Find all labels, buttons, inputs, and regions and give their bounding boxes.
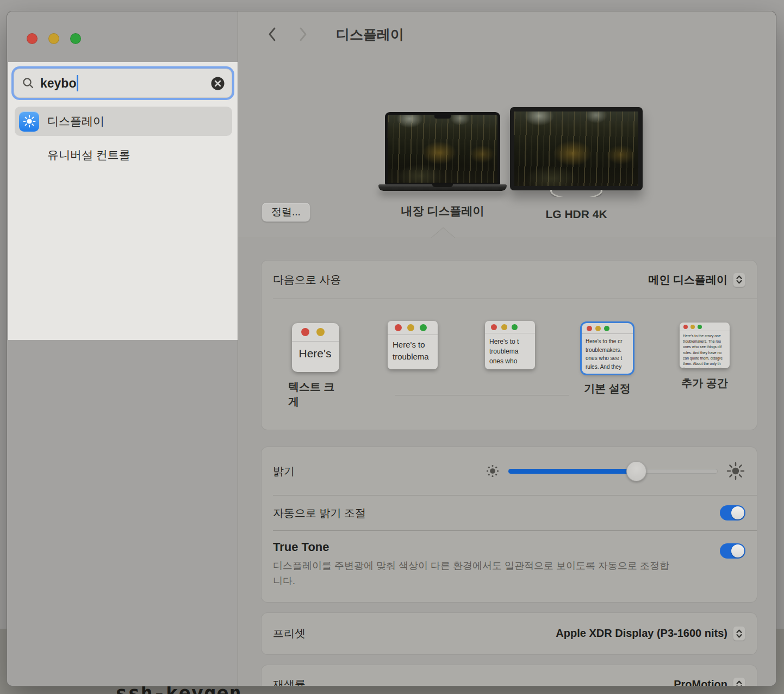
laptop-screen: [385, 112, 500, 184]
back-button[interactable]: [267, 27, 277, 42]
window-controls: [7, 11, 238, 44]
search-result-display[interactable]: 디스플레이: [15, 107, 232, 136]
chevron-left-icon: [267, 27, 277, 42]
traffic-dot-yellow: [501, 324, 507, 330]
clear-search-button[interactable]: [210, 76, 225, 91]
scaling-option-label: 추가 공간: [681, 376, 728, 391]
traffic-dot-red: [395, 324, 402, 331]
search-result-universal-control[interactable]: 유니버설 컨트롤: [15, 141, 232, 169]
auto-brightness-row: 자동으로 밝기 조절: [262, 495, 757, 530]
preset-value: Apple XDR Display (P3-1600 nits): [556, 627, 727, 640]
preset-label: 프리셋: [273, 626, 306, 641]
lg-display-thumbnail[interactable]: LG HDR 4K: [510, 107, 643, 221]
traffic-dot-red: [491, 324, 497, 330]
forward-button[interactable]: [298, 27, 308, 42]
builtin-display-thumbnail[interactable]: 내장 디스플레이: [378, 112, 507, 219]
text-cursor: [77, 75, 78, 91]
brightness-bright-icon: [726, 461, 745, 481]
scaling-preview-window: Here's to troublema: [388, 321, 438, 369]
arrange-button[interactable]: 정렬...: [262, 202, 310, 222]
scaling-preview-window-selected: Here's to the cr troublemakers. ones who…: [582, 323, 633, 374]
search-query-text: keybo: [40, 76, 76, 91]
search-input[interactable]: keybo: [14, 69, 232, 98]
navigation-header: 디스플레이: [238, 11, 776, 46]
scaling-preview-window: Here's: [292, 323, 339, 372]
lg-display-label: LG HDR 4K: [510, 208, 643, 221]
scaling-options-row: Here's 텍스트 크게 Here's to troublema: [262, 299, 757, 430]
preview-text: Here's to t troublema ones who: [485, 333, 535, 366]
traffic-dot-green: [698, 325, 702, 329]
page-title: 디스플레이: [336, 26, 404, 44]
preview-text: Here's to the crazy one troublemakers. T…: [680, 331, 730, 368]
search-results-panel: keybo: [8, 62, 238, 340]
scaling-option-more-space[interactable]: Here's to the crazy one troublemakers. T…: [677, 323, 732, 409]
refresh-rate-row: 재생률 ProMotion: [262, 665, 757, 686]
true-tone-label: True Tone: [273, 540, 675, 554]
search-icon: [22, 77, 35, 90]
true-tone-row: True Tone 디스플레이를 주변광에 맞춰 색상이 다른 환경에서도 일관…: [262, 531, 757, 602]
minimize-button[interactable]: [48, 33, 59, 44]
scaling-option-2[interactable]: Here's to troublema: [385, 323, 440, 409]
preview-text: Here's: [292, 342, 339, 360]
scaling-option-3[interactable]: Here's to t troublema ones who: [483, 323, 537, 409]
brightness-dim-icon: [485, 463, 500, 479]
scaling-option-default[interactable]: Here's to the cr troublemakers. ones who…: [580, 323, 634, 409]
scaling-option-larger-text[interactable]: Here's 텍스트 크게: [288, 323, 343, 409]
traffic-dot-green: [420, 324, 427, 331]
chevron-right-icon: [298, 27, 308, 42]
sidebar: keybo: [7, 11, 238, 686]
traffic-dot-red: [301, 328, 309, 336]
search-result-label: 유니버설 컨트롤: [47, 147, 130, 163]
system-settings-window: keybo: [7, 11, 776, 686]
chevron-up-down-icon: [733, 677, 745, 686]
preview-text: Here's to the cr troublemakers. ones who…: [582, 334, 633, 371]
traffic-dot-yellow: [316, 328, 325, 336]
brightness-fill: [508, 469, 636, 474]
toggle-knob: [731, 506, 744, 519]
refresh-rate-label: 재생률: [273, 677, 306, 686]
toggle-knob: [731, 544, 744, 557]
true-tone-toggle[interactable]: [720, 543, 745, 559]
laptop-base: [378, 184, 507, 191]
traffic-dot-yellow: [595, 326, 601, 331]
scaling-option-label: 텍스트 크게: [288, 380, 343, 409]
forest-wallpaper: [388, 115, 497, 183]
traffic-dot-green: [604, 326, 609, 331]
main-pane: 디스플레이 내장 디스플레이 LG HDR 4K 정렬...: [238, 11, 776, 686]
refresh-rate-dropdown[interactable]: ProMotion: [674, 677, 745, 686]
brightness-card: 밝기: [262, 447, 757, 602]
chevron-up-down-icon: [733, 272, 745, 287]
use-as-dropdown[interactable]: 메인 디스플레이: [648, 272, 745, 287]
auto-brightness-label: 자동으로 밝기 조절: [273, 506, 366, 520]
search-result-label: 디스플레이: [47, 114, 104, 129]
chevron-up-down-icon: [733, 626, 745, 641]
monitor-stand: [550, 190, 602, 197]
laptop-notch: [434, 115, 451, 119]
refresh-rate-card: 재생률 ProMotion: [262, 665, 757, 686]
preset-dropdown[interactable]: Apple XDR Display (P3-1600 nits): [556, 626, 745, 641]
selected-display-notch: [431, 228, 455, 238]
brightness-thumb[interactable]: [626, 461, 646, 481]
use-as-row: 다음으로 사용 메인 디스플레이: [262, 261, 757, 299]
display-mode-card: 다음으로 사용 메인 디스플레이: [262, 261, 757, 430]
preset-card: 프리셋 Apple XDR Display (P3-1600 nits): [262, 613, 757, 654]
zoom-button[interactable]: [70, 33, 81, 44]
preview-text: Here's to troublema: [388, 335, 438, 363]
traffic-dot-yellow: [690, 325, 695, 329]
auto-brightness-toggle[interactable]: [720, 505, 745, 520]
true-tone-description: 디스플레이를 주변광에 맞춰 색상이 다른 환경에서도 일관적으로 보이도록 자…: [273, 559, 675, 589]
traffic-dot-red: [683, 325, 688, 329]
display-picker-area: 내장 디스플레이 LG HDR 4K 정렬...: [238, 46, 776, 238]
refresh-rate-value: ProMotion: [674, 678, 727, 686]
preset-row: 프리셋 Apple XDR Display (P3-1600 nits): [262, 613, 757, 654]
use-as-value: 메인 디스플레이: [648, 272, 727, 287]
traffic-dot-red: [587, 326, 592, 331]
traffic-dot-yellow: [407, 324, 414, 331]
monitor-screen: [510, 107, 643, 190]
brightness-label: 밝기: [273, 464, 295, 479]
close-button[interactable]: [27, 33, 38, 44]
brightness-slider[interactable]: [508, 461, 718, 481]
scaling-preview-window: Here's to the crazy one troublemakers. T…: [680, 323, 730, 368]
traffic-dot-green: [512, 324, 518, 330]
settings-section: 다음으로 사용 메인 디스플레이: [238, 238, 776, 686]
